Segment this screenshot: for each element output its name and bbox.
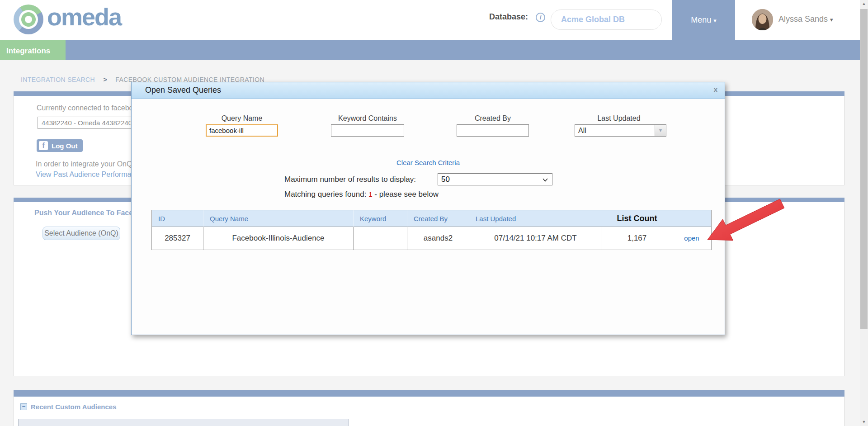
matching-suffix: - please see below: [374, 190, 439, 199]
top-navbar: Integrations: [0, 40, 868, 60]
dialog-title: Open Saved Queries: [145, 85, 221, 95]
open-saved-queries-dialog: Open Saved Queries x Query Name Keyword …: [131, 82, 725, 335]
col-query-name[interactable]: Query Name: [203, 210, 354, 227]
user-name-label: Alyssa Sands: [778, 14, 828, 24]
facebook-icon: f: [39, 141, 48, 150]
facebook-account-select[interactable]: 44382240 - Omeda 44382240 ▾: [38, 117, 143, 129]
query-name-input[interactable]: [206, 124, 278, 137]
table-header-row: ID Query Name Keyword Created By Last Up…: [152, 210, 711, 227]
chevron-down-icon: [542, 178, 548, 182]
logout-label: Log Out: [52, 142, 77, 150]
last-updated-value: All: [575, 125, 666, 136]
cell-query-name: Facebook-Illinois-Audience: [203, 227, 354, 250]
cell-created-by: asands2: [407, 227, 469, 250]
keyword-contains-input[interactable]: [331, 124, 404, 137]
clear-search-criteria-link[interactable]: Clear Search Criteria: [132, 159, 725, 166]
col-actions: [672, 210, 711, 227]
cell-open: open: [672, 227, 711, 250]
scrollbar-thumb[interactable]: [860, 9, 868, 329]
facebook-logout-button[interactable]: f Log Out: [37, 139, 83, 152]
cell-last-updated: 07/14/21 10:17 AM CDT: [469, 227, 602, 250]
omeda-logo-text: omeda: [47, 3, 121, 31]
collapse-icon[interactable]: −: [20, 403, 27, 410]
chevron-down-icon: ▾: [713, 17, 717, 24]
table-row: 285327 Facebook-Illinois-Audience asands…: [152, 227, 711, 250]
keyword-contains-label: Keyword Contains: [331, 114, 404, 123]
last-updated-select[interactable]: All ▾: [575, 124, 666, 137]
last-updated-label: Last Updated: [574, 114, 664, 123]
scroll-down-icon[interactable]: ▼: [860, 418, 868, 426]
menu-label: Menu: [691, 15, 711, 24]
cell-id: 285327: [152, 227, 203, 250]
max-results-select[interactable]: 50: [438, 173, 552, 185]
view-past-audience-performance-link[interactable]: View Past Audience Performance: [36, 170, 143, 178]
recent-audiences-table-header: [18, 419, 349, 426]
created-by-label: Created By: [457, 114, 529, 123]
facebook-account-value: 44382240 - Omeda 44382240: [38, 117, 142, 128]
matching-prefix: Matching queries found:: [284, 190, 366, 199]
close-icon[interactable]: x: [714, 85, 717, 93]
omeda-logo-icon: [14, 5, 43, 34]
created-by-input[interactable]: [457, 124, 529, 137]
breadcrumb-integration-search[interactable]: INTEGRATION SEARCH: [21, 76, 95, 83]
chevron-down-icon[interactable]: ▾: [655, 125, 666, 136]
max-results-value: 50: [438, 174, 552, 185]
cell-keyword: [354, 227, 407, 250]
database-label: Database:: [489, 12, 528, 22]
recent-audiences-panel: − Recent Custom Audiences: [14, 390, 844, 426]
matching-queries-text: Matching queries found: 1 - please see b…: [284, 190, 439, 199]
database-selector[interactable]: Acme Global DB: [551, 9, 662, 30]
panel-top-bar: [14, 390, 844, 397]
max-results-label: Maximum number of results to display:: [284, 175, 416, 184]
col-id[interactable]: ID: [152, 210, 203, 227]
cell-list-count: 1,167: [602, 227, 672, 250]
col-created-by[interactable]: Created By: [407, 210, 469, 227]
col-last-updated[interactable]: Last Updated: [469, 210, 602, 227]
user-avatar[interactable]: [752, 9, 773, 30]
menu-button[interactable]: Menu ▾: [672, 0, 735, 40]
scroll-up-icon[interactable]: ▲: [860, 0, 868, 8]
col-keyword[interactable]: Keyword: [354, 210, 407, 227]
info-icon[interactable]: i: [536, 13, 545, 22]
breadcrumb-separator-icon: >: [103, 76, 107, 83]
tab-integrations[interactable]: Integrations: [0, 40, 66, 60]
matching-count: 1: [368, 190, 372, 198]
col-list-count: List Count: [602, 210, 672, 227]
open-query-link[interactable]: open: [684, 234, 699, 242]
recent-audiences-heading: Recent Custom Audiences: [31, 403, 117, 411]
saved-queries-table: ID Query Name Keyword Created By Last Up…: [151, 210, 712, 250]
select-audience-button[interactable]: Select Audience (OnQ): [42, 227, 120, 240]
vertical-scrollbar[interactable]: ▲ ▼: [860, 0, 868, 426]
chevron-down-icon: ▾: [830, 16, 833, 23]
avatar-image: [752, 9, 773, 30]
user-menu[interactable]: Alyssa Sands ▾: [778, 14, 833, 24]
query-name-label: Query Name: [206, 114, 278, 123]
dialog-header: Open Saved Queries x: [132, 82, 725, 99]
app-header: omeda Database: i Acme Global DB Menu ▾ …: [0, 0, 868, 40]
